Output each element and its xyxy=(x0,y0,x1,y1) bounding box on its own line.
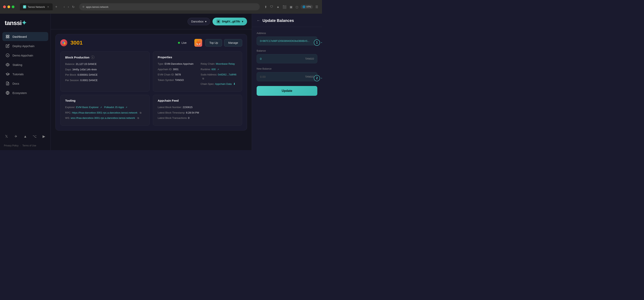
balance-label: Balance xyxy=(256,49,317,52)
runtime-external-link-icon[interactable]: ↗ xyxy=(217,68,219,71)
tooling-title: Tooling xyxy=(65,99,145,102)
active-tab[interactable]: T Tanssi Network ✕ xyxy=(20,3,53,10)
share-icon[interactable]: ⬆ xyxy=(264,4,268,10)
address-input-display: 0×987C17e98F1D5838940D63bd3B8BA5... xyxy=(256,37,317,45)
svg-marker-6 xyxy=(7,64,8,65)
block-transactions-value: 0 xyxy=(188,116,189,119)
back-nav-button[interactable]: ‹ xyxy=(63,4,66,9)
twitter-icon[interactable]: 𝕏 xyxy=(4,133,9,139)
discord-icon[interactable]: ▲ xyxy=(23,133,28,139)
block-timestamp-row: Latest Block Timestamp: 6:28:54 PM xyxy=(158,111,237,115)
top-up-button[interactable]: Top Up xyxy=(205,39,222,47)
status-label: Live xyxy=(182,41,186,44)
address-bar[interactable]: ⚙ apps.tanssi.network xyxy=(79,3,260,10)
address-text: apps.tanssi.network xyxy=(86,6,108,9)
warning-icon[interactable]: ▲ xyxy=(276,4,280,9)
new-balance-input[interactable]: 0.00 TANGO xyxy=(256,72,317,81)
runtime-value: 600 xyxy=(212,68,216,71)
explorer-polkadot-external-icon[interactable]: ↗ xyxy=(126,106,127,108)
github-icon[interactable]: ⌥ xyxy=(32,133,37,139)
privacy-policy-link[interactable]: Privacy Policy xyxy=(4,144,18,147)
new-balance-placeholder: 0.00 xyxy=(260,75,266,78)
vpn-badge[interactable]: 🌐 VPN xyxy=(300,5,313,9)
dashboard-label: Dashboard xyxy=(12,35,27,38)
tab-close-icon[interactable]: ✕ xyxy=(46,5,50,9)
menu-icon[interactable]: ☰ xyxy=(314,4,319,10)
block-production-info-icon[interactable]: i xyxy=(91,56,94,59)
browser-nav: ‹ › ↻ xyxy=(63,4,75,10)
new-balance-unit: TANGO xyxy=(305,75,314,78)
forward-nav-button[interactable]: › xyxy=(67,4,70,9)
vpn-label: VPN xyxy=(306,6,311,8)
extensions-icon[interactable]: ⬛ xyxy=(282,4,287,10)
sidebar-item-demo-appchain[interactable]: Demo Appchain xyxy=(2,51,48,60)
ws-copy-icon[interactable]: ⧉ xyxy=(136,116,140,120)
rpc-copy-icon[interactable]: ⧉ xyxy=(139,111,142,114)
svg-rect-0 xyxy=(6,35,8,36)
days-row: Days: 3445y 143d 14h 4min xyxy=(65,68,145,72)
chain-spec-download-icon[interactable]: ⬇ xyxy=(233,82,236,85)
close-button[interactable] xyxy=(3,6,6,8)
annotation-1-arrow-icon xyxy=(321,41,322,45)
youtube-icon[interactable]: ▶ xyxy=(41,133,47,139)
balance-display: 0 TANGO xyxy=(256,54,317,63)
explorer-evm-link[interactable]: EVM Basic Explorer xyxy=(76,106,99,109)
per-session-value: 0.0001 DANCE xyxy=(80,79,98,82)
annotation-2-arrow-icon xyxy=(321,76,322,80)
deploy-icon xyxy=(6,44,10,48)
new-balance-label: New Balance xyxy=(256,67,317,70)
panel-body: Address 0×987C17e98F1D5838940D63bd3B8BA5… xyxy=(252,27,322,150)
appchain-id-row: Appchain ID: 3001 xyxy=(158,67,194,71)
sidebar-item-tutorials[interactable]: Tutorials xyxy=(2,70,48,79)
sidebar-item-staking[interactable]: Staking xyxy=(2,60,48,69)
wallet-button[interactable]: ▣ 5Hg8Y...g6TRr ▾ xyxy=(212,18,247,25)
block-number-row: Latest Block Number: 2150615 xyxy=(158,105,237,109)
balance-value: 21,127.15 DANCE xyxy=(76,63,96,65)
split-view-icon[interactable]: ▣ xyxy=(289,4,293,10)
tab-favicon: T xyxy=(23,5,26,9)
tutorials-icon xyxy=(6,72,10,76)
runtime-row: Runtime: 600 ↗ xyxy=(200,67,237,71)
tab-title: Tanssi Network xyxy=(28,6,45,9)
sidebar: tanssi✦ Dashboard xyxy=(0,14,51,150)
sudo-address-copy-icon[interactable]: ⧉ xyxy=(202,77,205,80)
info-cards-grid: Block Production i Balance: 21,127.15 DA… xyxy=(60,51,242,126)
manage-button[interactable]: Manage xyxy=(224,39,242,47)
profile-icon[interactable]: ◻ xyxy=(295,4,299,10)
maximize-button[interactable] xyxy=(12,6,14,8)
minimize-button[interactable] xyxy=(8,6,10,8)
shield-icon[interactable]: 🛡 xyxy=(269,4,274,9)
sidebar-item-docs[interactable]: Docs xyxy=(2,79,48,88)
sidebar-item-dashboard[interactable]: Dashboard xyxy=(2,32,48,41)
chain-spec-row: Chain Spec: Appchain Data ⬇ xyxy=(200,82,237,86)
browser-actions: ⬆ 🛡 ▲ ⬛ ▣ ◻ 🌐 VPN ☰ xyxy=(264,4,319,10)
sudo-address-row: Sudo Address: 0x6D62...7a9f46 ⧉ xyxy=(200,73,237,80)
new-tab-button[interactable]: + xyxy=(54,4,59,10)
top-bar: Dancebox ▾ ▣ 5Hg8Y...g6TRr ▾ xyxy=(51,14,252,29)
ecosystem-icon xyxy=(6,91,10,95)
telegram-icon[interactable]: ✈ xyxy=(13,133,19,139)
network-selector[interactable]: Dancebox ▾ xyxy=(188,18,210,25)
chain-spec-value: Appchain Data xyxy=(215,82,232,85)
rpc-url[interactable]: https://fraa-dancebox-3001-rpc.a.dancebo… xyxy=(72,111,138,114)
update-button[interactable]: Update xyxy=(256,86,317,96)
panel-back-button[interactable]: ← xyxy=(256,19,260,23)
appchain-card: 🎭 3001 Live 🦊 Top Up Manage xyxy=(56,34,247,130)
sudo-address-value: 0x6D62...7a9f46 xyxy=(218,73,236,76)
svg-rect-2 xyxy=(6,37,8,38)
panel-header: ← Update Balances xyxy=(252,14,322,27)
sidebar-item-deploy-appchain[interactable]: Deploy Appchain xyxy=(2,41,48,50)
sidebar-item-ecosystem[interactable]: Ecosystem xyxy=(2,88,48,97)
explorer-polkadot-link[interactable]: Polkadot JS Apps xyxy=(104,106,124,109)
appchain-id: 3001 xyxy=(70,40,82,46)
traffic-lights xyxy=(3,6,14,8)
ws-url[interactable]: wss://fraa-dancebox-3001-rpc.a.dancebox.… xyxy=(71,116,135,119)
explorer-evm-external-icon[interactable]: ↗ xyxy=(100,106,102,108)
block-production-title: Block Production i xyxy=(65,56,145,59)
terms-of-use-link[interactable]: Terms of Use xyxy=(22,144,36,147)
network-label: Dancebox xyxy=(191,20,204,23)
sidebar-footer: Privacy Policy - Terms of Use xyxy=(0,143,50,150)
reload-button[interactable]: ↻ xyxy=(71,4,75,10)
appchain-feed-title: Appchain Feed xyxy=(158,99,237,102)
svg-point-4 xyxy=(6,54,9,57)
